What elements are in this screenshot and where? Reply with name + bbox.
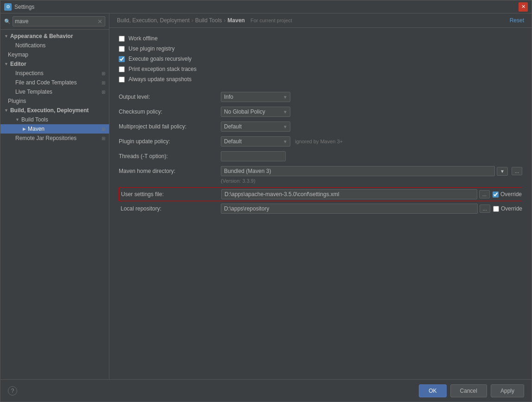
sidebar-item-live-templates[interactable]: Live Templates ⊞ — [0, 87, 109, 96]
sidebar-item-label: Build, Execution, Deployment — [10, 107, 105, 114]
bottom-bar: ? OK Cancel Apply — [0, 379, 532, 402]
print-exception-row: Print exception stack traces — [119, 66, 522, 72]
sidebar-item-inspections[interactable]: Inspections ⊞ — [0, 69, 109, 78]
always-update-label: Always update snapshots — [128, 76, 192, 83]
work-offline-checkbox[interactable] — [119, 36, 125, 42]
user-settings-file-row: User settings file: ... Override — [119, 188, 522, 201]
search-icon: 🔍 — [4, 19, 11, 25]
maven-home-input[interactable] — [221, 166, 495, 176]
maven-settings-content: Work offline Use plugin registry Execute… — [109, 28, 532, 379]
expand-arrow-icon: ▼ — [4, 34, 8, 38]
user-settings-row: User settings file: ... Override — [119, 187, 522, 201]
title-bar: ⚙ Settings ✕ — [0, 0, 532, 13]
threads-input[interactable] — [221, 151, 286, 161]
print-exception-label: Print exception stack traces — [128, 66, 197, 72]
maven-home-row: Maven home directory: ▼ ... — [119, 166, 522, 176]
execute-goals-label: Execute goals recursively — [128, 56, 192, 62]
user-settings-label: User settings file: — [119, 191, 221, 198]
sidebar-item-maven[interactable]: ▶ Maven ⊞ — [0, 124, 109, 134]
tree-navigation: ▼ Appearance & Behavior Notifications Ke… — [0, 30, 109, 379]
output-level-select-wrapper: Info Debug Quiet ▼ — [221, 92, 290, 102]
sidebar-item-build-tools[interactable]: ▼ Build Tools — [0, 115, 109, 124]
sidebar-item-label: Inspections — [15, 70, 100, 77]
sidebar-item-label: Live Templates — [15, 89, 100, 95]
plugin-update-note: ignored by Maven 3+ — [295, 139, 343, 144]
checksum-policy-label: Checksum policy: — [119, 108, 221, 115]
ok-button[interactable]: OK — [419, 384, 446, 397]
search-input[interactable] — [13, 16, 105, 26]
search-clear-icon[interactable]: ✕ — [97, 18, 103, 25]
plugin-update-select[interactable]: Default Always Update Never Update — [221, 136, 290, 147]
plugin-update-select-wrapper: Default Always Update Never Update ▼ — [221, 136, 290, 147]
always-update-checkbox[interactable] — [119, 77, 125, 83]
breadcrumb-bar: Build, Execution, Deployment › Build Too… — [109, 13, 532, 28]
checksum-policy-select[interactable]: No Global Policy Fail Warn — [221, 107, 290, 117]
breadcrumb-separator: › — [192, 17, 193, 24]
sidebar-item-notifications[interactable]: Notifications — [0, 41, 109, 50]
print-exception-checkbox[interactable] — [119, 66, 125, 72]
threads-label: Threads (-T option): — [119, 153, 221, 160]
use-plugin-registry-checkbox[interactable] — [119, 46, 125, 52]
maven-version-text: (Version: 3.3.9) — [221, 178, 522, 184]
sidebar-item-label: Remote Jar Repositories — [15, 135, 100, 141]
close-button[interactable]: ✕ — [519, 2, 528, 12]
breadcrumb-part-2: Build Tools — [195, 17, 222, 24]
breadcrumb: Build, Execution, Deployment › Build Too… — [117, 17, 292, 24]
help-button[interactable]: ? — [8, 386, 17, 396]
sidebar-item-plugins[interactable]: Plugins — [0, 96, 109, 106]
work-offline-row: Work offline — [119, 35, 522, 42]
maven-home-label: Maven home directory: — [119, 168, 221, 174]
sidebar-item-label: Plugins — [8, 98, 105, 104]
local-repo-override-wrap: Override — [493, 205, 522, 212]
plugin-update-label: Plugin update policy: — [119, 138, 221, 145]
breadcrumb-current: Maven — [228, 17, 245, 24]
sidebar-item-label: Editor — [10, 61, 105, 67]
always-update-row: Always update snapshots — [119, 76, 522, 83]
local-repo-browse-button[interactable]: ... — [480, 204, 490, 213]
settings-window: ⚙ Settings ✕ 🔍 ✕ ▼ Appearance & Behavior… — [0, 0, 532, 402]
expand-arrow-icon: ▶ — [23, 127, 26, 131]
multiproject-build-select[interactable]: Default Fail At End Fail Never — [221, 121, 290, 132]
multiproject-build-row: Multiproject build fail policy: Default … — [119, 121, 522, 132]
sidebar-item-label: Maven — [28, 126, 100, 132]
for-project-label: For current project — [250, 18, 292, 23]
sidebar-item-keymap[interactable]: Keymap — [0, 50, 109, 59]
sidebar-item-label: Build Tools — [21, 116, 105, 123]
cancel-button[interactable]: Cancel — [450, 384, 487, 397]
output-level-row: Output level: Info Debug Quiet ▼ — [119, 92, 522, 102]
user-settings-browse-button[interactable]: ... — [479, 190, 490, 198]
user-settings-override-checkbox[interactable] — [493, 191, 499, 198]
use-plugin-registry-label: Use plugin registry — [128, 45, 174, 52]
dialog-buttons: OK Cancel Apply — [419, 384, 524, 397]
user-settings-path-input[interactable] — [221, 189, 477, 199]
copy-icon: ⊞ — [102, 127, 105, 132]
sidebar-item-remote-jar-repos[interactable]: Remote Jar Repositories ⊞ — [0, 134, 109, 143]
sidebar-item-label: File and Code Templates — [15, 79, 100, 86]
maven-home-dropdown-button[interactable]: ▼ — [497, 167, 508, 176]
sidebar: 🔍 ✕ ▼ Appearance & Behavior Notification… — [0, 13, 109, 379]
sidebar-item-editor[interactable]: ▼ Editor — [0, 59, 109, 69]
execute-goals-checkbox[interactable] — [119, 56, 125, 62]
sidebar-item-label: Notifications — [15, 42, 105, 49]
user-settings-override-wrap: Override — [493, 191, 522, 198]
reset-button[interactable]: Reset — [510, 17, 524, 24]
output-level-label: Output level: — [119, 94, 221, 100]
sidebar-item-build-exec-deploy[interactable]: ▼ Build, Execution, Deployment — [0, 106, 109, 115]
checksum-policy-row: Checksum policy: No Global Policy Fail W… — [119, 107, 522, 117]
user-settings-override-label: Override — [500, 191, 522, 198]
local-repo-path-input[interactable] — [221, 204, 478, 214]
apply-button[interactable]: Apply — [491, 384, 524, 397]
maven-home-browse-button[interactable]: ... — [512, 167, 522, 175]
local-repo-row: Local repository: ... Override — [119, 202, 522, 215]
multiproject-build-select-wrapper: Default Fail At End Fail Never ▼ — [221, 121, 290, 132]
multiproject-build-label: Multiproject build fail policy: — [119, 123, 221, 130]
sidebar-item-appearance[interactable]: ▼ Appearance & Behavior — [0, 32, 109, 41]
execute-goals-row: Execute goals recursively — [119, 56, 522, 62]
threads-row: Threads (-T option): — [119, 151, 522, 161]
local-repo-override-checkbox[interactable] — [493, 206, 499, 212]
sidebar-item-file-code-templates[interactable]: File and Code Templates ⊞ — [0, 78, 109, 87]
search-box: 🔍 ✕ — [0, 13, 109, 30]
maven-home-input-wrap: ▼ ... — [221, 166, 522, 176]
output-level-select[interactable]: Info Debug Quiet — [221, 92, 290, 102]
app-icon: ⚙ — [4, 3, 12, 11]
